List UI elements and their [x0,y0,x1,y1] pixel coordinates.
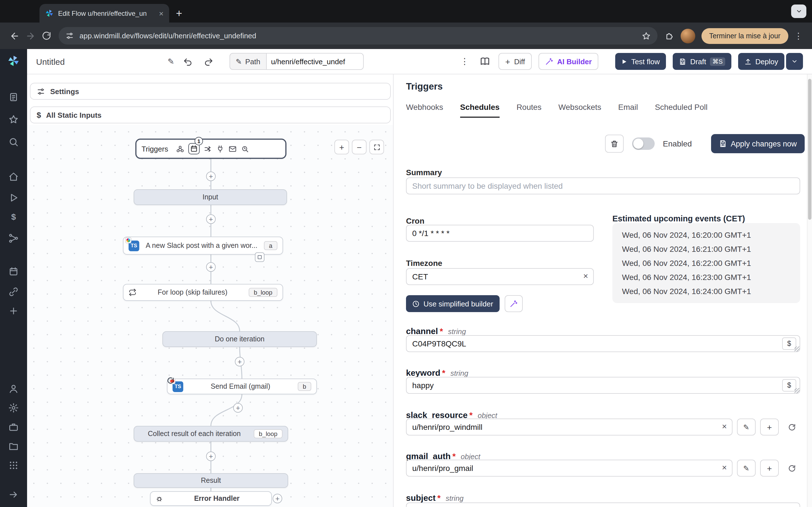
add-step-button[interactable]: + [206,452,216,461]
websocket-plug-icon[interactable] [216,145,224,153]
scheduled-poll-icon[interactable] [241,145,249,153]
docs-book-button[interactable] [478,55,492,68]
page-scrollbar[interactable] [807,74,812,507]
flow-node-iteration[interactable]: Do one iteration [162,331,317,347]
clear-resource-icon[interactable]: × [722,421,727,431]
runs-play-icon[interactable] [8,193,18,203]
flow-node-result[interactable]: Result [134,473,288,488]
flow-node-input[interactable]: Input [134,189,287,205]
add-plus-icon[interactable] [8,306,18,316]
tab-search-button[interactable] [791,4,806,18]
edit-resource-button[interactable]: ✎ [737,418,756,436]
flow-title[interactable]: Untitled [36,57,65,66]
folders-icon[interactable] [8,441,18,451]
timezone-input[interactable] [406,268,594,285]
search-icon[interactable] [8,137,18,147]
static-inputs-row[interactable]: $ All Static Inputs [30,107,391,123]
insert-variable-button[interactable]: $ [782,379,796,392]
settings-gear-icon[interactable] [8,403,18,413]
add-step-button[interactable]: + [235,357,245,367]
workspace-briefcase-icon[interactable] [8,422,18,432]
undo-button[interactable] [181,55,195,68]
add-step-button[interactable]: + [206,172,216,181]
cron-input[interactable] [406,225,594,242]
windmill-logo[interactable] [7,55,20,67]
apps-grid-icon[interactable] [8,460,18,470]
tab-close-icon[interactable]: × [159,9,163,17]
webhook-icon[interactable] [176,145,185,153]
site-settings-icon[interactable] [65,32,74,40]
add-step-button[interactable]: + [206,214,216,224]
add-step-button[interactable]: + [233,403,243,413]
home-icon[interactable] [8,172,18,182]
gmail-auth-input[interactable] [406,460,732,476]
diff-button[interactable]: + Diff [499,53,532,70]
url-bar[interactable]: app.windmill.dev/flows/edit/u/henri/effe… [59,27,657,45]
user-icon[interactable] [8,384,18,394]
channel-input[interactable] [406,335,800,352]
more-options-button[interactable]: ⋮ [458,55,471,68]
path-input[interactable] [266,53,363,70]
add-step-button[interactable]: + [206,262,216,272]
variables-icon[interactable]: $ [11,212,16,221]
refresh-resource-button[interactable] [783,418,800,436]
scrollbar-thumb[interactable] [808,79,811,220]
apply-changes-button[interactable]: Apply changes now [711,134,805,153]
ai-builder-button[interactable]: AI Builder [539,53,599,70]
test-flow-button[interactable]: Test flow [615,53,666,70]
redo-button[interactable] [201,55,215,68]
summary-input[interactable] [406,177,800,194]
delete-schedule-button[interactable] [605,135,623,153]
routes-icon[interactable] [204,145,212,153]
add-error-handler-button[interactable]: + [273,494,282,503]
refresh-resource-button[interactable] [783,460,800,476]
slack-resource-input[interactable] [406,418,732,436]
resources-link-icon[interactable] [8,287,18,297]
hub-graph-icon[interactable] [8,233,18,243]
schedule-trigger-selected[interactable]: 1 [188,143,200,154]
flow-node-error-handler[interactable]: Error Handler [150,491,272,506]
add-resource-button[interactable]: + [760,460,779,476]
tab-routes[interactable]: Routes [516,103,542,118]
edit-title-pencil-icon[interactable]: ✎ [168,57,174,66]
clear-timezone-icon[interactable]: × [583,271,588,281]
ai-cron-button[interactable] [504,295,522,312]
zoom-out-button[interactable]: − [352,140,366,154]
schedules-calendar-icon[interactable] [8,267,18,277]
insert-variable-button[interactable]: $ [782,337,796,350]
enabled-toggle[interactable] [632,137,654,150]
tab-scheduled-poll[interactable]: Scheduled Poll [655,103,708,118]
tab-webhooks[interactable]: Webhooks [406,103,443,118]
deploy-dropdown-button[interactable] [786,53,803,70]
profile-avatar[interactable] [680,29,695,43]
extensions-button[interactable] [662,28,677,44]
keyword-input[interactable] [406,377,800,394]
flow-node-collect[interactable]: Collect result of each iteration b_loop [134,426,288,442]
browser-update-button[interactable]: Terminer la mise à jour [701,28,788,44]
flow-node-send-email[interactable]: TS Send Email (gmail) b [167,379,317,394]
simplified-builder-button[interactable]: Use simplified builder [406,295,499,312]
flow-settings-row[interactable]: Settings [30,83,391,100]
back-button[interactable] [7,28,22,44]
favorites-star-icon[interactable] [8,114,18,124]
flow-node-triggers[interactable]: Triggers 1 [135,138,287,159]
edit-resource-button[interactable]: ✎ [737,460,756,476]
tab-websockets[interactable]: Websockets [559,103,601,118]
browser-tab[interactable]: Edit Flow u/henri/effective_un × [40,4,169,22]
new-tab-button[interactable]: + [176,8,182,18]
email-icon[interactable] [229,145,237,153]
fullscreen-button[interactable] [369,140,384,154]
flow-node-slack-step[interactable]: TS A new Slack post with a given wor... … [123,237,283,255]
flow-node-forloop[interactable]: For loop (skip failures) b_loop [123,284,283,301]
add-resource-button[interactable]: + [760,418,779,436]
reload-button[interactable] [38,28,54,44]
draft-button[interactable]: Draft ⌘S [673,53,731,70]
expand-sidebar-arrow-icon[interactable] [8,490,18,500]
runs-list-icon[interactable] [8,92,18,102]
clear-resource-icon[interactable]: × [722,462,727,472]
expand-step-button[interactable] [255,252,264,262]
browser-menu-icon[interactable]: ⋮ [792,31,805,41]
zoom-in-button[interactable]: + [335,140,349,154]
forward-button[interactable] [22,28,38,44]
subject-input[interactable] [406,503,800,507]
